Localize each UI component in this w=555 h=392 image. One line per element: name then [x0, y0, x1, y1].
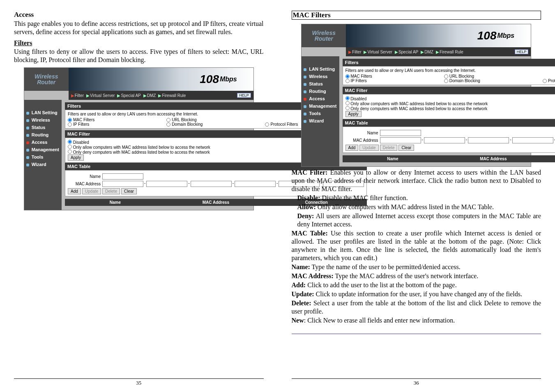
- label-url: URL Blocking: [172, 118, 196, 122]
- menu-help-2[interactable]: HELP: [515, 49, 529, 54]
- radio-deny[interactable]: [68, 150, 72, 154]
- delete-button[interactable]: Delete: [102, 188, 120, 194]
- sidebar-item-tools-2[interactable]: Tools: [302, 110, 339, 117]
- radio-allow[interactable]: [68, 145, 72, 149]
- sidebar-item-lan-2[interactable]: LAN Setting: [302, 65, 339, 73]
- mactable-columns-2: Name MAC Address Connection: [343, 155, 555, 162]
- page-number-left: 35: [14, 379, 264, 386]
- add-button-2[interactable]: Add: [345, 145, 359, 151]
- router-banner: 108Mbps: [69, 68, 253, 91]
- label-denydesc-2: Only deny computers with MAC address lis…: [350, 106, 487, 111]
- mac-box-1b[interactable]: [380, 137, 421, 143]
- macaddr-label-2: MAC Address: [345, 138, 378, 143]
- sidebar-item-wireless[interactable]: Wireless: [24, 116, 62, 124]
- router-sidebar: LAN Setting Wireless Status Routing Acce…: [24, 100, 62, 210]
- mac-box-4[interactable]: [235, 181, 276, 187]
- label-denydesc: Only deny computers with MAC address lis…: [73, 150, 210, 154]
- col-name-2: Name: [343, 157, 443, 161]
- access-para: This page enables you to define access r…: [14, 20, 264, 36]
- radio-mac[interactable]: [68, 118, 72, 122]
- router-logo-2: WirelessRouter: [302, 24, 346, 47]
- radio-disabled-2[interactable]: [345, 96, 350, 100]
- mactable-block-header-2: MAC Table: [343, 119, 555, 127]
- filters-para: Using filters to deny or allow the users…: [14, 48, 264, 64]
- radio-ip[interactable]: [68, 122, 72, 127]
- sidebar-item-access[interactable]: Access: [24, 138, 62, 146]
- mac-box-4b[interactable]: [512, 137, 553, 143]
- mac-box-3b[interactable]: [468, 137, 509, 143]
- label-dom: Domain Blocking: [172, 122, 203, 127]
- name-input[interactable]: [102, 173, 143, 180]
- router-screenshot-left: WirelessRouter 108Mbps ▶Filter ▶Virtual …: [14, 67, 264, 210]
- router-sidebar-2: LAN Setting Wireless Status Routing Acce…: [302, 56, 339, 166]
- label-disabled-2: Disabled: [350, 97, 366, 101]
- menu-dmz[interactable]: ▶DMZ: [143, 93, 156, 98]
- mac-box-3[interactable]: [191, 181, 232, 187]
- sidebar-item-status-2[interactable]: Status: [302, 80, 339, 88]
- sidebar-item-status[interactable]: Status: [24, 124, 62, 131]
- clear-button-2[interactable]: Clear: [398, 145, 414, 151]
- col-mac-2: MAC Address: [443, 157, 543, 161]
- label-allowdesc-2: Only allow computers with MAC address li…: [350, 101, 488, 106]
- sidebar-item-lan[interactable]: LAN Setting: [24, 109, 62, 116]
- menu-help[interactable]: HELP: [237, 93, 251, 98]
- sidebar-item-routing-2[interactable]: Routing: [302, 88, 339, 95]
- name-input-2[interactable]: [380, 130, 421, 136]
- router-menubar-2: ▶Filter ▶Virtual Server ▶Special AP ▶DMZ…: [346, 47, 531, 56]
- router-menubar: ▶Filter ▶Virtual Server ▶Special AP ▶DMZ…: [69, 91, 253, 100]
- mac-box-1[interactable]: [102, 181, 143, 187]
- col-conn-2: Connection: [543, 157, 555, 161]
- menu-filter[interactable]: ▶Filter: [71, 93, 84, 98]
- menu-filter-2[interactable]: ▶Filter: [348, 50, 361, 54]
- filters-block-header-2: Filters: [343, 59, 555, 66]
- filters-desc-2: Filters are used to allow or deny LAN us…: [345, 68, 555, 73]
- macfilter-para: MAC Filter: Enables you to allow or deny…: [292, 168, 541, 193]
- update-button-2[interactable]: Update: [359, 145, 378, 151]
- allow-para: Allow: Only allow computers with MAC add…: [292, 203, 541, 211]
- sidebar-item-wireless-2[interactable]: Wireless: [302, 73, 339, 80]
- radio-dom[interactable]: [166, 122, 170, 127]
- radio-url[interactable]: [166, 118, 170, 122]
- radio-proto[interactable]: [265, 122, 269, 127]
- radio-deny-2[interactable]: [345, 106, 350, 110]
- menu-dmz-2[interactable]: ▶DMZ: [421, 50, 433, 54]
- radio-mac-2[interactable]: [345, 74, 350, 78]
- sidebar-item-management-2[interactable]: Management: [302, 102, 339, 110]
- sidebar-item-routing[interactable]: Routing: [24, 131, 62, 138]
- radio-allow-2[interactable]: [345, 101, 350, 105]
- mac-box-2b[interactable]: [424, 137, 465, 143]
- radio-dom-2[interactable]: [444, 79, 448, 83]
- apply-button-2[interactable]: Apply: [345, 111, 362, 117]
- add-button[interactable]: Add: [68, 188, 81, 194]
- menu-fw-2[interactable]: ▶Firewall Rule: [436, 50, 463, 54]
- sidebar-item-wizard[interactable]: Wizard: [24, 161, 62, 168]
- bottom-rule-right: [292, 334, 541, 334]
- delete-button-2[interactable]: Delete: [380, 145, 398, 151]
- update-button[interactable]: Update: [82, 188, 101, 194]
- menu-fw[interactable]: ▶Firewall Rule: [158, 93, 186, 98]
- label-mac: MAC Filters: [73, 118, 94, 122]
- sidebar-item-tools[interactable]: Tools: [24, 153, 62, 161]
- mactable-para: MAC Table: Use this section to create a …: [292, 229, 541, 262]
- radio-proto-2[interactable]: [543, 79, 547, 83]
- page-number-right: 36: [292, 379, 541, 386]
- macaddr-para: MAC Address: Type the MAC address of the…: [292, 272, 541, 280]
- menu-vserver[interactable]: ▶Virtual Server: [86, 93, 115, 98]
- radio-url-2[interactable]: [444, 74, 448, 78]
- menu-special-2[interactable]: ▶Special AP: [395, 50, 418, 54]
- mac-box-2[interactable]: [146, 181, 187, 187]
- sidebar-item-access-2[interactable]: Access: [302, 95, 339, 102]
- menu-special[interactable]: ▶Special AP: [117, 93, 140, 98]
- clear-button[interactable]: Clear: [121, 188, 137, 194]
- apply-button[interactable]: Apply: [68, 154, 84, 161]
- delete-para: Delete: Select a user from the table at …: [292, 299, 541, 316]
- mac-filters-heading: MAC Filters: [292, 11, 541, 20]
- router-banner-2: 108Mbps: [346, 24, 531, 47]
- menu-vserver-2[interactable]: ▶Virtual Server: [364, 50, 392, 54]
- radio-ip-2[interactable]: [345, 79, 350, 83]
- sidebar-item-management[interactable]: Management: [24, 146, 62, 153]
- sidebar-item-wizard-2[interactable]: Wizard: [302, 117, 339, 125]
- new-para: New: Click New to erase all fields and e…: [292, 316, 541, 325]
- deny-para: Deny: All users are allowed Internet acc…: [292, 212, 541, 228]
- radio-disabled[interactable]: [68, 140, 72, 144]
